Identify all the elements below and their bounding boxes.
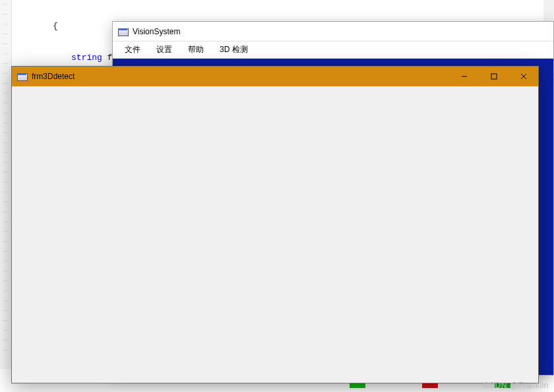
window-controls — [449, 67, 538, 86]
code-keyword-string: string — [71, 53, 102, 63]
menu-3d-detect[interactable]: 3D 检测 — [212, 42, 256, 58]
vision-system-menubar: 文件 设置 帮助 3D 检测 — [113, 42, 553, 59]
frm3ddetect-title: frm3Ddetect — [32, 72, 75, 81]
menu-help[interactable]: 帮助 — [180, 42, 212, 58]
winforms-icon — [118, 26, 129, 37]
frm3ddetect-window: frm3Ddetect — [11, 66, 539, 383]
frm3ddetect-client-area — [12, 86, 538, 383]
vision-system-title: VisionSystem — [133, 27, 180, 36]
watermark: CSDN @Franklin — [483, 381, 549, 390]
frm3ddetect-titlebar[interactable]: frm3Ddetect — [12, 67, 538, 86]
close-button[interactable] — [508, 67, 538, 86]
vision-system-titlebar[interactable]: VisionSystem — [113, 22, 553, 42]
menu-settings[interactable]: 设置 — [148, 42, 180, 58]
menu-file[interactable]: 文件 — [117, 42, 148, 58]
code-gutter — [0, 0, 12, 369]
code-brace-open: { — [53, 21, 58, 31]
winforms-icon — [17, 71, 28, 82]
svg-rect-1 — [491, 74, 497, 79]
minimize-button[interactable] — [449, 67, 479, 86]
maximize-button[interactable] — [479, 67, 508, 86]
